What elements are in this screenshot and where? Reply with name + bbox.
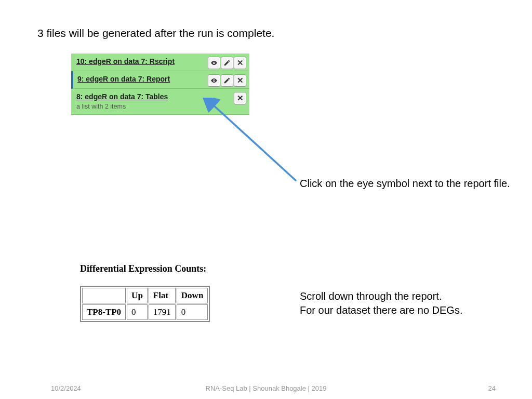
history-item-title: 8: edgeR on data 7: Tables xyxy=(76,92,185,102)
page-heading: 3 files will be generated after the run … xyxy=(37,27,274,39)
row-label: TP8-TP0 xyxy=(82,304,126,320)
cell-down: 0 xyxy=(177,304,208,320)
close-icon[interactable]: ✕ xyxy=(234,74,246,87)
table-row: TP8-TP0 0 1791 0 xyxy=(82,304,208,320)
history-item-subtitle: a list with 2 items xyxy=(76,103,245,110)
diff-expression-title: Differential Expression Counts: xyxy=(80,263,206,274)
col-flat: Flat xyxy=(149,288,176,303)
col-down: Down xyxy=(177,288,208,303)
cell-up: 0 xyxy=(127,304,148,320)
table-header-row: Up Flat Down xyxy=(82,288,208,303)
history-item-8[interactable]: 8: edgeR on data 7: Tables a list with 2… xyxy=(71,89,249,115)
close-icon[interactable]: ✕ xyxy=(234,57,246,69)
history-panel: 10: edgeR on data 7: Rscript ✕ 9: edgeR … xyxy=(71,54,249,115)
eye-icon[interactable] xyxy=(208,57,220,69)
history-item-10[interactable]: 10: edgeR on data 7: Rscript ✕ xyxy=(71,54,249,71)
close-icon[interactable]: ✕ xyxy=(234,92,246,104)
history-item-title: 9: edgeR on data 7: Report xyxy=(77,74,187,84)
footer-page: 24 xyxy=(488,384,496,392)
cell-flat: 1791 xyxy=(149,304,176,320)
history-item-9[interactable]: 9: edgeR on data 7: Report ✕ xyxy=(71,71,249,89)
eye-icon[interactable] xyxy=(208,74,220,87)
edit-icon[interactable] xyxy=(221,57,233,69)
svg-line-0 xyxy=(212,104,296,181)
callout-scroll-report: Scroll down through the report. For our … xyxy=(300,289,463,317)
footer-center: RNA-Seq Lab | Shounak Bhogale | 2019 xyxy=(0,384,532,392)
col-up: Up xyxy=(127,288,148,303)
diff-expression-table: Up Flat Down TP8-TP0 0 1791 0 xyxy=(80,286,210,322)
callout-click-eye: Click on the eye symbol next to the repo… xyxy=(300,177,510,191)
edit-icon[interactable] xyxy=(221,74,233,87)
history-item-title: 10: edgeR on data 7: Rscript xyxy=(76,57,185,66)
